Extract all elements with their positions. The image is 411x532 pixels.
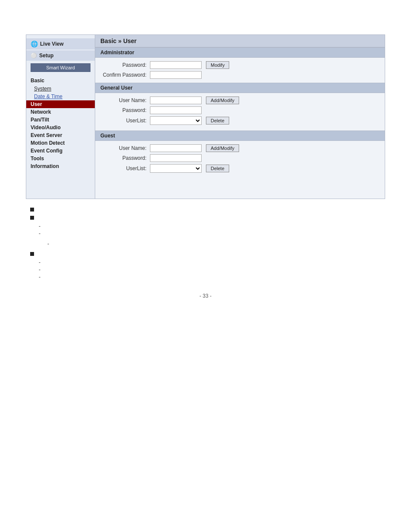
gu-username-row: User Name: Add/Modify bbox=[100, 96, 380, 104]
gu-userlist-label: UserList: bbox=[100, 118, 150, 124]
confirm-password-label: Confirm Password: bbox=[100, 72, 150, 78]
setup-label: Setup bbox=[39, 53, 53, 59]
password-input[interactable] bbox=[150, 61, 202, 69]
guest-password-label: Password: bbox=[100, 155, 150, 161]
general-user-section: User Name: Add/Modify Password: UserList bbox=[95, 93, 385, 131]
sidebar-item-network[interactable]: Network bbox=[26, 108, 95, 116]
sidebar-item-user[interactable]: User bbox=[26, 100, 95, 108]
bullet-icon-1 bbox=[30, 208, 34, 212]
gu-username-input[interactable] bbox=[150, 96, 202, 104]
note-4 bbox=[30, 251, 385, 280]
gu-password-row: Password: bbox=[100, 106, 380, 114]
guest-section: User Name: Add/Modify Password: UserList bbox=[95, 141, 385, 178]
guest-password-row: Password: bbox=[100, 154, 380, 162]
guest-username-input[interactable] bbox=[150, 144, 202, 152]
sidebar-live-view[interactable]: 🌐 Live View bbox=[26, 38, 95, 50]
bullet-icon-3 bbox=[30, 252, 34, 256]
sidebar-setup[interactable]: ⚪ Setup bbox=[26, 50, 95, 61]
sidebar-item-system[interactable]: System bbox=[26, 85, 95, 93]
sidebar-item-event-server[interactable]: Event Server bbox=[26, 131, 95, 139]
gu-delete-button[interactable]: Delete bbox=[206, 117, 229, 124]
administrator-section: Password: Modify Confirm Password: bbox=[95, 58, 385, 83]
breadcrumb: Basic » User bbox=[95, 35, 385, 47]
live-view-label: Live View bbox=[40, 41, 63, 47]
bullet-icon-2 bbox=[30, 216, 34, 220]
guest-userlist-select[interactable] bbox=[150, 164, 202, 173]
guest-userlist-label: UserList: bbox=[100, 165, 150, 171]
page-number: - 33 - bbox=[26, 293, 385, 299]
note-4-sub-2 bbox=[39, 267, 385, 273]
content-area: Basic » User Administrator Password: Mod… bbox=[95, 35, 385, 199]
note-3 bbox=[39, 241, 385, 247]
note-2-sub-1 bbox=[39, 223, 385, 229]
guest-password-input[interactable] bbox=[150, 154, 202, 162]
gu-password-input[interactable] bbox=[150, 106, 202, 114]
password-row: Password: Modify bbox=[100, 61, 380, 69]
sidebar-item-tools[interactable]: Tools bbox=[26, 155, 95, 162]
guest-userlist-row: UserList: Delete bbox=[100, 164, 380, 173]
sidebar-item-datetime[interactable]: Date & Time bbox=[26, 93, 95, 100]
note-4-sub-1 bbox=[39, 259, 385, 265]
guest-username-row: User Name: Add/Modify bbox=[100, 144, 380, 152]
confirm-password-input[interactable] bbox=[150, 71, 202, 79]
guest-section-header: Guest bbox=[95, 131, 385, 141]
sidebar-item-motion-detect[interactable]: Motion Detect bbox=[26, 139, 95, 147]
note-3-sub-1 bbox=[47, 241, 385, 247]
smart-wizard-button[interactable]: Smart Wizard bbox=[31, 63, 90, 72]
note-2-sub-2 bbox=[39, 230, 385, 236]
password-label: Password: bbox=[100, 62, 150, 68]
confirm-password-row: Confirm Password: bbox=[100, 71, 380, 79]
live-view-icon: 🌐 bbox=[31, 40, 38, 47]
modify-button[interactable]: Modify bbox=[206, 61, 229, 69]
gu-add-modify-button[interactable]: Add/Modify bbox=[206, 96, 239, 104]
sidebar-basic-label: Basic bbox=[26, 76, 95, 85]
general-user-section-header: General User bbox=[95, 83, 385, 93]
guest-add-modify-button[interactable]: Add/Modify bbox=[206, 144, 239, 152]
sidebar: 🌐 Live View ⚪ Setup Smart Wizard Basic S… bbox=[26, 35, 95, 199]
gu-userlist-select[interactable] bbox=[150, 116, 202, 125]
sidebar-item-video-audio[interactable]: Video/Audio bbox=[26, 124, 95, 131]
guest-delete-button[interactable]: Delete bbox=[206, 165, 229, 172]
administrator-section-header: Administrator bbox=[95, 47, 385, 58]
note-1 bbox=[30, 207, 385, 212]
sidebar-item-event-config[interactable]: Event Config bbox=[26, 147, 95, 155]
note-4-sub-3 bbox=[39, 274, 385, 280]
gu-username-label: User Name: bbox=[100, 97, 150, 103]
setup-icon: ⚪ bbox=[31, 53, 37, 59]
guest-username-label: User Name: bbox=[100, 145, 150, 151]
notes-area bbox=[26, 207, 385, 280]
note-2 bbox=[30, 215, 385, 236]
gu-password-label: Password: bbox=[100, 107, 150, 113]
sidebar-item-information[interactable]: Information bbox=[26, 162, 95, 170]
gu-userlist-row: UserList: Delete bbox=[100, 116, 380, 125]
sidebar-item-pan-tilt[interactable]: Pan/Tilt bbox=[26, 116, 95, 124]
